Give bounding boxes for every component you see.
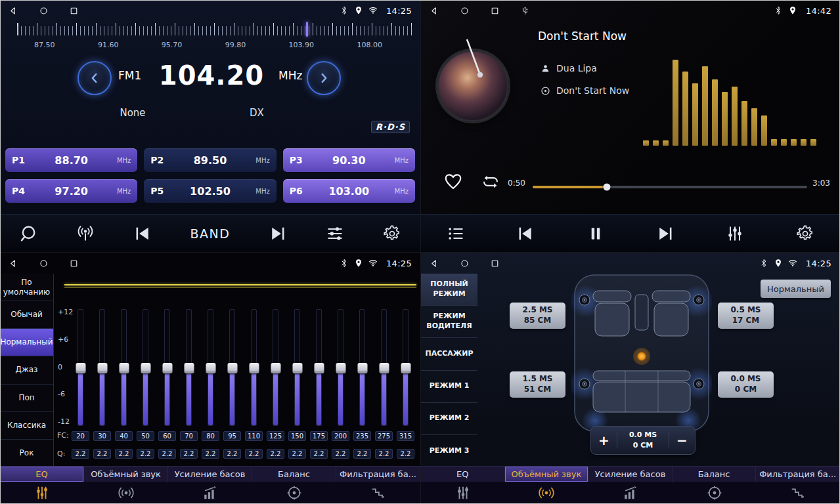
listening-mode-item[interactable]: РЕЖИМ 1 bbox=[421, 371, 477, 403]
eq-band-slider[interactable] bbox=[77, 309, 83, 426]
slider-handle[interactable] bbox=[119, 363, 129, 373]
eq-band-slider[interactable] bbox=[164, 309, 170, 426]
recents-icon[interactable] bbox=[490, 6, 500, 16]
eq-band-slider[interactable] bbox=[229, 309, 235, 426]
front-right-delay-chip[interactable]: 0.5 MS 17 CM bbox=[718, 303, 774, 329]
band-button[interactable]: BAND bbox=[190, 226, 231, 241]
eq-band-slider[interactable] bbox=[186, 309, 192, 426]
eq-preset-item[interactable]: По умолчанию bbox=[0, 274, 53, 301]
rear-right-delay-chip[interactable]: 0.0 MS 0 CM bbox=[718, 371, 774, 398]
audio-tab[interactable]: Объёмный звук bbox=[84, 467, 168, 482]
eq-preset-item[interactable]: Классика bbox=[0, 412, 53, 440]
eq-preset-item[interactable]: Джаз bbox=[0, 356, 53, 384]
radio-preset-button[interactable]: P2 89.50 MHz bbox=[144, 148, 276, 172]
favorite-heart-icon[interactable] bbox=[443, 172, 463, 192]
audio-tab[interactable]: Усиление басов bbox=[168, 467, 252, 482]
eq-preset-item[interactable]: Поп bbox=[0, 385, 53, 412]
seek-up-button[interactable] bbox=[307, 61, 341, 95]
audio-tab[interactable]: Фильтрация ба... bbox=[336, 467, 420, 482]
pause-icon[interactable] bbox=[586, 224, 605, 243]
seek-bar-knob[interactable] bbox=[603, 184, 610, 191]
listening-mode-item[interactable]: РЕЖИМ 2 bbox=[421, 403, 477, 435]
settings-gear-icon[interactable] bbox=[383, 224, 401, 243]
eq-band-slider[interactable] bbox=[208, 309, 213, 426]
recents-icon[interactable] bbox=[490, 259, 500, 268]
slider-handle[interactable] bbox=[162, 363, 172, 373]
listening-mode-item[interactable]: РЕЖИМ ВОДИТЕЛЯ bbox=[421, 306, 477, 338]
slider-handle[interactable] bbox=[292, 363, 302, 373]
delay-decrease-button[interactable]: − bbox=[669, 432, 695, 448]
front-left-delay-chip[interactable]: 2.5 MS 85 CM bbox=[510, 303, 565, 329]
rear-left-delay-chip[interactable]: 1.5 MS 51 CM bbox=[510, 371, 565, 398]
eq-band-slider[interactable] bbox=[403, 309, 409, 426]
tab-balance[interactable] bbox=[673, 482, 757, 504]
tab-surround[interactable] bbox=[84, 482, 168, 504]
slider-handle[interactable] bbox=[271, 363, 280, 373]
slider-handle[interactable] bbox=[379, 363, 389, 373]
slider-handle[interactable] bbox=[76, 363, 85, 373]
eq-band-slider[interactable] bbox=[359, 309, 365, 426]
home-icon[interactable] bbox=[39, 6, 49, 16]
home-icon[interactable] bbox=[460, 259, 470, 268]
tab-eq[interactable] bbox=[421, 482, 505, 504]
listening-mode-item[interactable]: ПОЛНЫЙ РЕЖИМ bbox=[421, 274, 477, 306]
playlist-icon[interactable] bbox=[447, 224, 465, 243]
tab-bass-boost[interactable] bbox=[588, 482, 673, 504]
eq-band-slider[interactable] bbox=[273, 309, 278, 426]
home-icon[interactable] bbox=[460, 6, 470, 16]
radio-preset-button[interactable]: P4 97.20 MHz bbox=[5, 179, 137, 203]
slider-handle[interactable] bbox=[206, 363, 215, 373]
next-track-icon[interactable] bbox=[656, 224, 674, 243]
audio-tab[interactable]: Фильтрация ба... bbox=[756, 467, 840, 482]
radio-preset-button[interactable]: P5 102.50 MHz bbox=[144, 179, 276, 203]
audio-tab[interactable]: Усиление басов bbox=[588, 467, 673, 482]
audio-tab[interactable]: Объёмный звук bbox=[505, 467, 589, 482]
radio-preset-button[interactable]: P3 90.30 MHz bbox=[283, 148, 415, 172]
slider-handle[interactable] bbox=[141, 363, 150, 373]
tab-eq[interactable] bbox=[0, 482, 84, 504]
slider-handle[interactable] bbox=[184, 363, 194, 373]
slider-handle[interactable] bbox=[336, 363, 345, 373]
eq-band-slider[interactable] bbox=[338, 309, 343, 426]
eq-band-slider[interactable] bbox=[99, 309, 105, 426]
listening-mode-item[interactable]: РЕЖИМ 3 bbox=[421, 435, 477, 467]
eq-preset-item[interactable]: Нормальный bbox=[0, 329, 53, 356]
back-icon[interactable] bbox=[430, 259, 439, 268]
slider-handle[interactable] bbox=[227, 363, 237, 373]
eq-preset-item[interactable]: Обычай bbox=[0, 301, 53, 329]
recents-icon[interactable] bbox=[69, 259, 79, 268]
eq-band-slider[interactable] bbox=[143, 309, 148, 426]
back-icon[interactable] bbox=[430, 6, 439, 16]
back-icon[interactable] bbox=[9, 259, 18, 268]
home-icon[interactable] bbox=[39, 259, 49, 268]
radio-preset-button[interactable]: P6 103.00 MHz bbox=[283, 179, 415, 203]
slider-handle[interactable] bbox=[357, 363, 367, 373]
tab-filter[interactable] bbox=[336, 482, 420, 504]
audio-tab[interactable]: EQ bbox=[421, 467, 505, 482]
audio-tab[interactable]: Баланс bbox=[252, 467, 336, 482]
eq-band-slider[interactable] bbox=[251, 309, 257, 426]
slider-handle[interactable] bbox=[249, 363, 259, 373]
slider-handle[interactable] bbox=[401, 363, 410, 373]
scan-icon[interactable] bbox=[19, 224, 37, 243]
tab-bass-boost[interactable] bbox=[168, 482, 252, 504]
eq-band-slider[interactable] bbox=[121, 309, 127, 426]
eq-band-slider[interactable] bbox=[294, 309, 300, 426]
tab-surround[interactable] bbox=[505, 482, 589, 504]
frequency-ruler[interactable]: 87.5091.6095.7099.80103.90108.00 bbox=[0, 21, 420, 54]
seek-down-button[interactable] bbox=[77, 61, 112, 95]
prev-station-icon[interactable] bbox=[133, 224, 152, 243]
eq-preset-item[interactable]: Рок bbox=[0, 440, 53, 467]
recents-icon[interactable] bbox=[69, 6, 79, 16]
eq-band-slider[interactable] bbox=[316, 309, 322, 426]
back-icon[interactable] bbox=[9, 6, 18, 16]
audio-tab[interactable]: Баланс bbox=[673, 467, 757, 482]
tab-balance[interactable] bbox=[252, 482, 336, 504]
slider-handle[interactable] bbox=[314, 363, 324, 373]
audio-tab[interactable]: EQ bbox=[0, 467, 84, 482]
mixer-icon[interactable] bbox=[726, 224, 744, 243]
listening-mode-item[interactable]: ПАССАЖИР bbox=[421, 338, 477, 370]
prev-track-icon[interactable] bbox=[516, 224, 535, 243]
tab-filter[interactable] bbox=[756, 482, 840, 504]
radio-preset-button[interactable]: P1 88.70 MHz bbox=[5, 148, 137, 172]
